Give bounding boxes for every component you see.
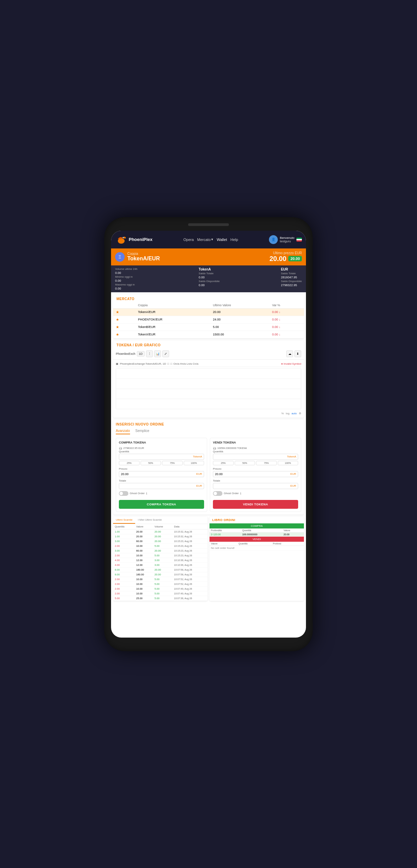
- sell-wallet-icon: 🗂: [213, 446, 216, 450]
- trade-date: 10:10:36, Aug 26: [173, 562, 207, 567]
- buy-panel-title: COMPRA TOKENA: [119, 441, 204, 444]
- mercato-star: ★: [113, 316, 135, 323]
- sell-total-input[interactable]: [215, 484, 290, 488]
- trade-vol: 5.00: [153, 553, 173, 558]
- trade-val: 25.00: [134, 596, 153, 601]
- tab-semplice[interactable]: Semplice: [135, 429, 149, 434]
- trade-vol: 20.00: [153, 539, 173, 543]
- sell-balance-value: 100564.33000000 TOKENA: [217, 447, 247, 449]
- tokena-disp-label: Saldo Disponibile: [199, 280, 220, 283]
- no-sell-msg: No sell order found!: [210, 545, 304, 550]
- th-coppia: Coppia: [135, 302, 210, 309]
- chart-bar-icon[interactable]: 📊: [154, 350, 161, 357]
- th-vol: Volume: [153, 524, 173, 530]
- nav-wallet[interactable]: Wallet: [217, 238, 227, 242]
- chart-settings-icon[interactable]: ⚙: [299, 412, 301, 415]
- min-label: Minimo oggi in: [115, 275, 138, 278]
- buy-pct-75[interactable]: 75%: [162, 461, 183, 465]
- buy-price-input[interactable]: [121, 472, 196, 476]
- chart-canvas: [116, 368, 301, 409]
- buy-wallet-icon: 🗂: [119, 446, 122, 450]
- trade-qty: 2.00: [113, 543, 134, 548]
- chart-expand-btn[interactable]: ⤢: [162, 350, 169, 357]
- chart-interval-btn[interactable]: 1D: [137, 351, 145, 357]
- sell-pct-100[interactable]: 100%: [278, 461, 298, 465]
- volume-value: 0.00: [115, 271, 138, 275]
- sell-ghost-info-icon[interactable]: ℹ: [240, 492, 241, 495]
- nav-help[interactable]: Help: [230, 238, 238, 242]
- th-profondita: Profondità: [210, 528, 241, 533]
- trade-qty: 2.00: [113, 591, 134, 596]
- trade-row: 2.00 10.00 5.00 10:15:23, Aug 26: [113, 543, 207, 548]
- trade-qty: 2.00: [113, 586, 134, 591]
- mercato-row[interactable]: ★ PHOENTOK/EUR 24.00 0.00 ↓: [113, 316, 304, 323]
- chart-pct[interactable]: %: [282, 412, 284, 415]
- buy-pct-50[interactable]: 50%: [141, 461, 161, 465]
- trade-vol: 3.00: [153, 558, 173, 562]
- trade-row: 3.00 60.00 20.00 10:15:23, Aug 26: [113, 548, 207, 553]
- buy-total-label: Totale: [119, 479, 204, 482]
- sell-price-input[interactable]: [215, 472, 290, 476]
- mercato-row[interactable]: ★ TokenA/EUR 20.00 0.00 ↓: [113, 308, 304, 316]
- buy-pct-25[interactable]: 25%: [119, 461, 140, 465]
- mercato-pair: TokenA/EUR: [135, 308, 210, 316]
- trade-row: 8.00 160.00 20.00 10:07:58, Aug 26: [113, 572, 207, 577]
- mercato-value: 20.00: [210, 308, 269, 316]
- trade-row: 4.00 12.00 3.00 10:10:36, Aug 26: [113, 558, 207, 562]
- user-welcome: Benvenuto: [280, 236, 294, 240]
- trade-qty: 8.00: [113, 572, 134, 577]
- chart-log[interactable]: log: [286, 412, 290, 415]
- trade-val: 20.00: [134, 529, 153, 534]
- trade-qty: 8.00: [113, 567, 134, 572]
- sell-button[interactable]: VENDI TOKENA: [213, 500, 298, 509]
- orderbook-panel: LIBRO ORDINI COMPRA Profondità Quantità …: [210, 517, 304, 601]
- buy-title: COMPRA TOKENA: [119, 441, 146, 444]
- eur-name: EUR: [281, 267, 302, 271]
- price-row: 20.00 20.00: [269, 255, 302, 263]
- sell-pct-75[interactable]: 75%: [256, 461, 277, 465]
- mercato-section: MERCATO Coppia Ultimo Valore Var % ★ Tok…: [113, 294, 304, 338]
- pair-left: Ξ Coppia TokenA/EUR: [115, 252, 160, 262]
- chart-symbol-bar: ▣ PhoenplexExchange:TokenA/EUR, 1D □ □ O…: [116, 361, 301, 367]
- trade-qty: 3.00: [113, 539, 134, 543]
- sell-pct-25[interactable]: 25%: [213, 461, 234, 465]
- buy-button[interactable]: COMPRA TOKENA: [119, 500, 204, 509]
- trade-vol: 3.00: [153, 562, 173, 567]
- chart-auto[interactable]: auto: [291, 412, 297, 415]
- nav-opera[interactable]: Opera: [183, 238, 194, 242]
- tab-miei-scambi[interactable]: I Miei Ultimi Scambi: [135, 517, 164, 524]
- trade-date: 10:15:23, Aug 26: [173, 548, 207, 553]
- sell-qty-input[interactable]: [215, 455, 287, 458]
- min-value: 0.00: [115, 279, 138, 282]
- tab-avanzato[interactable]: Avanzato: [116, 429, 130, 434]
- buy-qty-input[interactable]: [121, 455, 193, 458]
- chart-dots-btn[interactable]: ⋮: [146, 350, 153, 357]
- trade-vol: 5.00: [153, 577, 173, 581]
- trade-date: 10:07:52, Aug 26: [173, 577, 207, 581]
- sell-pct-50[interactable]: 50%: [235, 461, 255, 465]
- trade-vol: 20.00: [153, 572, 173, 577]
- ob-val: 20.00: [282, 532, 304, 536]
- sell-ghost-knob: [214, 492, 217, 495]
- volume-label: Volume ultime 24h: [115, 267, 138, 271]
- trade-qty: 4.00: [113, 562, 134, 567]
- buy-pct-100[interactable]: 100%: [184, 461, 204, 465]
- stats-bar: Volume ultime 24h 0.00 Minimo oggi in 0.…: [111, 265, 306, 292]
- mercato-value: 24.00: [210, 316, 269, 323]
- tab-ultimi-scambi[interactable]: Ultimi Scambi: [113, 517, 135, 524]
- buy-ghost-toggle[interactable]: [119, 491, 128, 496]
- buy-balance-value: 2798322.95 EUR: [123, 447, 144, 450]
- chart-cloud-down[interactable]: ⬇: [294, 350, 301, 357]
- sell-ghost-toggle[interactable]: [213, 491, 222, 496]
- th-valore-sell: Valore: [210, 542, 237, 546]
- user-info: Benvenuto testguru: [280, 236, 294, 243]
- chart-cloud-up[interactable]: ☁: [286, 350, 293, 357]
- mercato-row[interactable]: ★ TokenX/EUR 1500.00 0.00 ↓: [113, 331, 304, 338]
- buy-total-input[interactable]: [121, 484, 196, 488]
- logo-text: PhoeniPlex: [129, 237, 152, 242]
- buy-ghost-info-icon[interactable]: ℹ: [146, 492, 147, 495]
- nav-mercato[interactable]: Mercato ▾: [197, 237, 214, 242]
- screen: PhoeniPlex Opera Mercato ▾ Wallet Help 👤…: [111, 231, 306, 638]
- mercato-var: 0.00 ↓: [269, 308, 304, 316]
- mercato-row[interactable]: ★ TokenB/EUR 5.00 0.00 ↓: [113, 323, 304, 331]
